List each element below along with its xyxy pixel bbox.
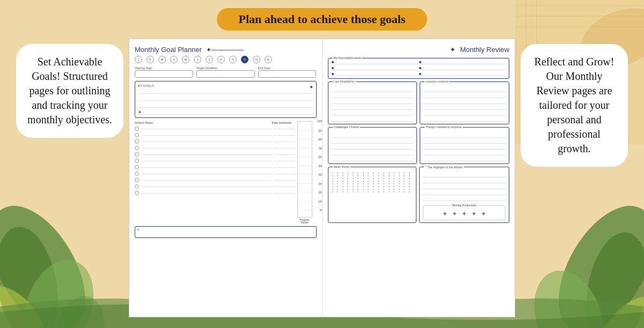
- dot: [399, 181, 400, 182]
- dot: [342, 175, 343, 176]
- lessons-line: [423, 112, 506, 116]
- dot: [357, 181, 358, 182]
- date-line: [274, 193, 295, 193]
- bar-line: [298, 130, 312, 131]
- month-M: M: [158, 56, 166, 63]
- right-text-bubble: Reflect and Grow! Our Monthly Review pag…: [521, 44, 628, 167]
- review-title-text: Monthly Review: [460, 46, 509, 54]
- dot: [347, 186, 348, 187]
- prod-star-1: ✦: [442, 210, 448, 218]
- progress-tracker: 100% 90% 80% 70% 60% 50% 40% 30% 20% 10%…: [297, 121, 317, 224]
- dot: [389, 181, 390, 182]
- acc-dot: [419, 73, 421, 75]
- dot: [378, 175, 379, 176]
- dot: [347, 183, 348, 184]
- date-line: [274, 148, 295, 148]
- dot: [378, 178, 379, 179]
- dot: [347, 181, 348, 182]
- dot: [389, 173, 390, 174]
- dot: [363, 173, 364, 174]
- left-bubble-text: Set Achievable Goals! Structured pages f…: [27, 56, 112, 125]
- dot: [357, 178, 358, 179]
- dot: [393, 183, 394, 184]
- lessons-line: [423, 106, 506, 110]
- dot: [363, 181, 364, 182]
- dot: [337, 191, 338, 192]
- dot: [373, 186, 374, 187]
- grateful-line: [332, 100, 414, 104]
- dot: [353, 173, 354, 174]
- action-line: [141, 187, 272, 187]
- starting-date-field[interactable]: [135, 70, 193, 78]
- date-fields: Starting Date: Target Deadline: End Date…: [135, 66, 317, 78]
- dot: [332, 181, 333, 182]
- action-line: [141, 154, 272, 155]
- lessons-title: Lessons Learned: [425, 80, 449, 83]
- month-A2: A: [217, 56, 225, 63]
- acc-line: [419, 61, 506, 64]
- dot: [399, 191, 400, 192]
- improvement-line: [423, 158, 506, 161]
- pct-60: 60%: [318, 156, 322, 159]
- dot: [409, 191, 410, 192]
- dot: [353, 181, 354, 182]
- dot: [357, 183, 358, 184]
- documents-container: Monthly Goal Planner ✦————— J F M A M J …: [129, 39, 515, 317]
- dot: [383, 175, 384, 176]
- month-F: F: [147, 56, 154, 63]
- dot: [404, 178, 405, 179]
- acc-line: [419, 72, 506, 76]
- action-row-5: [135, 152, 295, 157]
- lessons-line: [423, 100, 506, 104]
- date-achieved-label: Date Achieved: [268, 121, 295, 124]
- prod-star-4: ✦: [471, 210, 477, 218]
- action-circle: [135, 172, 139, 176]
- action-row-6: [135, 158, 295, 163]
- dot: [342, 181, 343, 182]
- highlight-title-text: The Highlight of this Month: [427, 166, 462, 169]
- target-deadline-field[interactable]: [196, 70, 255, 78]
- grateful-line: [332, 88, 414, 92]
- action-circle: [135, 133, 139, 137]
- dot: [404, 189, 405, 190]
- grateful-line: [332, 118, 414, 122]
- actions-progress-container: Actions Steps Date Achieved: [135, 121, 317, 224]
- dot: [378, 183, 379, 184]
- highlight-line: [423, 191, 506, 195]
- dot: [383, 181, 384, 182]
- dot: [399, 175, 400, 176]
- productivity-title: Monthly Productivity: [451, 204, 478, 207]
- date-line: [274, 174, 295, 174]
- dot: [363, 175, 364, 176]
- dot: [373, 173, 374, 174]
- bar-line: [298, 201, 312, 202]
- challenge-line: [332, 158, 414, 161]
- action-circle: [135, 159, 139, 163]
- ideas-highlight-row: Ideas Dump: [328, 167, 510, 223]
- dot: [368, 175, 369, 176]
- action-line: [141, 135, 272, 136]
- pct-20: 20%: [318, 191, 322, 194]
- dot: [373, 183, 374, 184]
- dot: [363, 189, 364, 190]
- grateful-lines: [332, 88, 414, 122]
- goals-bottom-star: ✦: [138, 110, 142, 115]
- dot: [357, 173, 358, 174]
- planner-star-icon: ✦—————: [206, 46, 244, 54]
- action-row-9: [135, 177, 295, 183]
- dot: [399, 173, 400, 174]
- acc-dot: [332, 73, 334, 75]
- highlight-lines: [423, 174, 506, 201]
- dot: [373, 175, 374, 176]
- end-date-label: End Date:: [258, 66, 317, 70]
- bar-line: [298, 192, 312, 192]
- improvement-line: [423, 134, 506, 138]
- end-date-field[interactable]: [258, 70, 317, 78]
- month-D: D: [265, 56, 272, 63]
- highlight-title: " The Highlight of this Month: [424, 165, 463, 169]
- dot: [337, 189, 338, 190]
- action-circle: [135, 191, 139, 195]
- highlight-line: [423, 185, 506, 189]
- pct-90: 90%: [318, 130, 322, 132]
- header-banner: Plan ahead to achieve those goals: [217, 8, 427, 31]
